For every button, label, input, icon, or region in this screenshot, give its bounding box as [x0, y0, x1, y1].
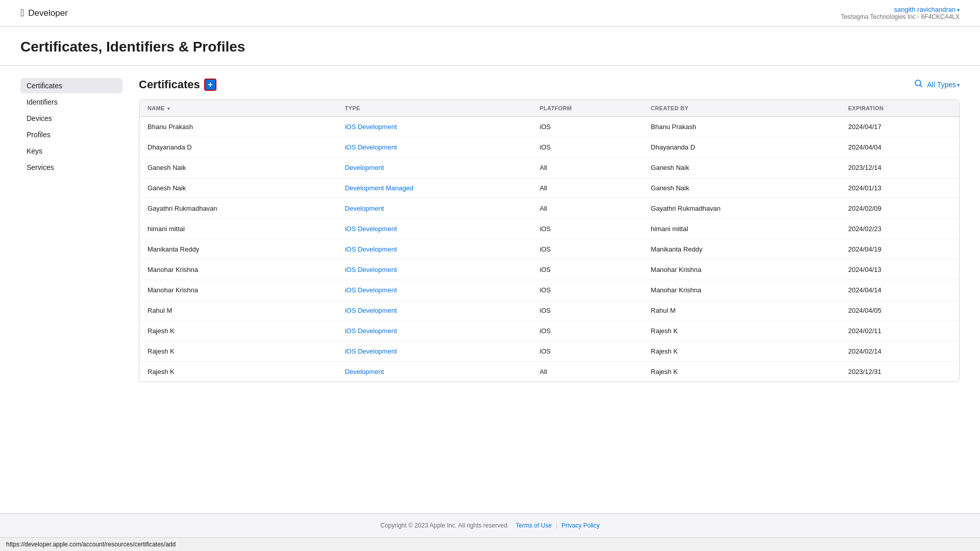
table-row[interactable]: Rajesh K Development All Rajesh K 2023/1…	[139, 362, 959, 382]
table-row[interactable]: Manohar Krishna iOS Development iOS Mano…	[139, 280, 959, 300]
copyright-text: Copyright © 2023 Apple Inc. All rights r…	[380, 522, 509, 529]
add-certificate-button[interactable]: +	[204, 79, 216, 91]
cell-created-by: Ganesh Naik	[643, 178, 840, 198]
cell-type: iOS Development	[337, 321, 532, 341]
cell-platform: iOS	[531, 341, 643, 362]
filter-row: All Types ▾	[914, 79, 960, 90]
status-bar: https://developer.apple.com/account/reso…	[0, 537, 980, 551]
table-row[interactable]: Manohar Krishna iOS Development iOS Mano…	[139, 260, 959, 280]
cell-expiration: 2023/12/14	[840, 158, 959, 178]
cell-type: Development	[337, 362, 532, 382]
cell-platform: iOS	[531, 280, 643, 300]
cell-expiration: 2024/04/14	[840, 280, 959, 300]
cell-created-by: Dhayananda D	[643, 137, 840, 158]
cell-platform: iOS	[531, 219, 643, 239]
col-created-by: CREATED BY	[643, 100, 840, 117]
page-title: Certificates, Identifiers & Profiles	[20, 39, 960, 55]
content-area: Certificates + All Types ▾	[122, 66, 960, 513]
cell-name: Ganesh Naik	[139, 158, 337, 178]
table-row[interactable]: Gayathri Rukmadhavan Development All Gay…	[139, 198, 959, 219]
filter-button[interactable]: All Types ▾	[927, 81, 960, 89]
cell-expiration: 2024/01/13	[840, 178, 959, 198]
table-row[interactable]: Rajesh K iOS Development iOS Rajesh K 20…	[139, 321, 959, 341]
cell-created-by: Rajesh K	[643, 362, 840, 382]
certificates-table-wrapper[interactable]: NAME ▾ TYPE PLATFORM CREATED BY EXPIRATI…	[139, 99, 960, 382]
developer-label: Developer	[28, 8, 68, 18]
table-row[interactable]: himani mittal iOS Development iOS himani…	[139, 219, 959, 239]
cell-created-by: Rajesh K	[643, 341, 840, 362]
col-name[interactable]: NAME ▾	[139, 100, 337, 117]
privacy-policy-link[interactable]: Privacy Policy	[561, 522, 600, 529]
cell-created-by: himani mittal	[643, 219, 840, 239]
cell-expiration: 2024/02/23	[840, 219, 959, 239]
cell-platform: iOS	[531, 321, 643, 341]
cell-name: Rajesh K	[139, 321, 337, 341]
sort-arrow-icon: ▾	[167, 106, 170, 111]
sidebar-item-identifiers[interactable]: Identifiers	[20, 94, 122, 110]
user-name[interactable]: sangith ravichandran	[841, 6, 960, 13]
cell-type: iOS Development	[337, 239, 532, 260]
terms-of-use-link[interactable]: Terms of Use	[516, 522, 552, 529]
cell-platform: iOS	[531, 260, 643, 280]
cell-platform: iOS	[531, 300, 643, 321]
table-row[interactable]: Rajesh K iOS Development iOS Rajesh K 20…	[139, 341, 959, 362]
cell-name: Gayathri Rukmadhavan	[139, 198, 337, 219]
cell-name: Manohar Krishna	[139, 260, 337, 280]
main-content: Certificates Identifiers Devices Profile…	[0, 66, 980, 513]
cell-name: Rajesh K	[139, 341, 337, 362]
cell-name: Manohar Krishna	[139, 280, 337, 300]
cell-expiration: 2023/12/31	[840, 362, 959, 382]
cell-type: iOS Development	[337, 219, 532, 239]
cell-created-by: Manikanta Reddy	[643, 239, 840, 260]
sidebar-item-devices[interactable]: Devices	[20, 111, 122, 126]
cell-expiration: 2024/02/11	[840, 321, 959, 341]
cell-type: iOS Development	[337, 341, 532, 362]
cell-created-by: Manohar Krishna	[643, 280, 840, 300]
sidebar-item-keys[interactable]: Keys	[20, 143, 122, 159]
cell-created-by: Gayathri Rukmadhavan	[643, 198, 840, 219]
footer-divider: |	[556, 522, 557, 529]
cell-expiration: 2024/04/13	[840, 260, 959, 280]
cell-type: iOS Development	[337, 137, 532, 158]
cell-type: iOS Development	[337, 117, 532, 137]
sidebar-item-services[interactable]: Services	[20, 160, 122, 175]
cell-expiration: 2024/02/09	[840, 198, 959, 219]
search-button[interactable]	[914, 79, 923, 90]
page-title-section: Certificates, Identifiers & Profiles	[0, 27, 980, 66]
certs-title-row: Certificates +	[139, 78, 216, 91]
cell-platform: iOS	[531, 137, 643, 158]
table-header-row: NAME ▾ TYPE PLATFORM CREATED BY EXPIRATI…	[139, 100, 959, 117]
cell-name: Manikanta Reddy	[139, 239, 337, 260]
cell-type: iOS Development	[337, 300, 532, 321]
cell-created-by: Manohar Krishna	[643, 260, 840, 280]
cell-name: Rahul M	[139, 300, 337, 321]
sidebar-item-profiles[interactable]: Profiles	[20, 127, 122, 142]
table-row[interactable]: Ganesh Naik Development Managed All Gane…	[139, 178, 959, 198]
table-row[interactable]: Manikanta Reddy iOS Development iOS Mani…	[139, 239, 959, 260]
user-org: Testsigma Technologies Inc - 6F4CKCA4LX	[841, 13, 960, 20]
cell-expiration: 2024/04/04	[840, 137, 959, 158]
col-expiration: EXPIRATION	[840, 100, 959, 117]
cell-name: Bhanu Prakash	[139, 117, 337, 137]
certs-header: Certificates + All Types ▾	[139, 78, 960, 91]
cell-created-by: Rahul M	[643, 300, 840, 321]
table-row[interactable]: Dhayananda D iOS Development iOS Dhayana…	[139, 137, 959, 158]
table-row[interactable]: Bhanu Prakash iOS Development iOS Bhanu …	[139, 117, 959, 137]
cell-name: Rajesh K	[139, 362, 337, 382]
footer: Copyright © 2023 Apple Inc. All rights r…	[0, 513, 980, 537]
cell-type: iOS Development	[337, 280, 532, 300]
footer-links: Terms of Use | Privacy Policy	[516, 522, 600, 529]
sidebar-item-certificates[interactable]: Certificates	[20, 78, 122, 93]
table-row[interactable]: Rahul M iOS Development iOS Rahul M 2024…	[139, 300, 959, 321]
cell-platform: iOS	[531, 239, 643, 260]
cell-expiration: 2024/04/19	[840, 239, 959, 260]
sidebar: Certificates Identifiers Devices Profile…	[20, 66, 122, 513]
table-row[interactable]: Ganesh Naik Development All Ganesh Naik …	[139, 158, 959, 178]
cell-platform: iOS	[531, 117, 643, 137]
apple-icon: 	[20, 7, 24, 19]
cell-name: Ganesh Naik	[139, 178, 337, 198]
certificates-table: NAME ▾ TYPE PLATFORM CREATED BY EXPIRATI…	[139, 100, 959, 382]
cell-type: Development	[337, 158, 532, 178]
cell-type: Development	[337, 198, 532, 219]
cell-platform: All	[531, 158, 643, 178]
